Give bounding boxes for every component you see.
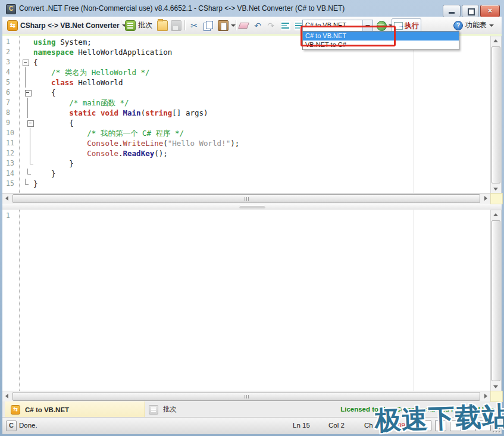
edge-column-line bbox=[414, 210, 414, 391]
code-text: static void Main(string[] args) bbox=[33, 108, 208, 118]
result-editor[interactable]: 1 bbox=[2, 210, 502, 391]
format-code-button[interactable] bbox=[280, 19, 292, 32]
scroll-right-arrow[interactable] bbox=[481, 194, 490, 203]
clear-button[interactable] bbox=[238, 19, 250, 32]
status-date-indicator: 01/09 bbox=[388, 422, 405, 429]
line-number: 8 bbox=[2, 108, 20, 118]
direction-combo[interactable]: C# to VB.NET bbox=[302, 20, 373, 32]
line-number: 2 bbox=[2, 47, 20, 57]
status-message: Done. bbox=[19, 422, 37, 429]
close-icon: × bbox=[481, 5, 499, 15]
redo-button[interactable]: ↷ bbox=[265, 19, 277, 32]
maximize-button[interactable] bbox=[462, 5, 479, 17]
batch-icon bbox=[125, 20, 136, 31]
source-vertical-scrollbar[interactable] bbox=[490, 36, 502, 194]
fold-margin bbox=[20, 138, 33, 148]
scrollbar-thumb[interactable] bbox=[492, 220, 500, 381]
fold-collapse-icon[interactable] bbox=[25, 90, 32, 96]
batch-icon bbox=[149, 405, 158, 415]
menu-button[interactable]: ? 功能表 bbox=[452, 19, 495, 32]
fold-margin bbox=[20, 179, 33, 189]
gutter-separator bbox=[19, 210, 20, 391]
minimize-button[interactable] bbox=[443, 5, 461, 17]
code-text: class HelloWorld bbox=[33, 77, 123, 88]
source-horizontal-scrollbar[interactable] bbox=[2, 193, 490, 204]
tab-csharp-to-vbnet[interactable]: ⇆ C# to VB.NET bbox=[5, 401, 145, 418]
code-line: 6 { bbox=[2, 88, 490, 98]
undo-icon: ↶ bbox=[253, 21, 262, 30]
status-toggle-buttons: 2 bbox=[420, 420, 491, 431]
scroll-down-arrow[interactable] bbox=[491, 185, 500, 194]
dropdown-item-csharp-to-vbnet[interactable]: C# to VB.NET bbox=[303, 32, 459, 41]
fold-margin bbox=[20, 37, 33, 47]
copy-icon bbox=[204, 21, 213, 30]
result-vertical-scrollbar[interactable] bbox=[490, 210, 502, 392]
scroll-right-arrow[interactable] bbox=[481, 391, 490, 400]
license-text: Licensed to Non-Commercial and Personal … bbox=[340, 401, 494, 418]
line-number: 15 bbox=[2, 179, 20, 189]
toolbar-separator bbox=[184, 20, 185, 30]
scrollbar-thumb[interactable] bbox=[12, 392, 480, 401]
scroll-up-arrow[interactable] bbox=[491, 210, 500, 219]
status-toggle-button[interactable] bbox=[420, 420, 431, 431]
tab-batch[interactable]: 批次 bbox=[143, 401, 183, 418]
tab-label: C# to VB.NET bbox=[25, 406, 69, 413]
status-toggle-button[interactable]: 2 bbox=[435, 420, 446, 431]
status-toggle-button[interactable] bbox=[480, 420, 491, 431]
code-text: { bbox=[33, 118, 74, 128]
line-number: 4 bbox=[2, 67, 20, 77]
result-horizontal-scrollbar[interactable] bbox=[2, 391, 490, 401]
scroll-up-arrow[interactable] bbox=[491, 36, 500, 45]
paste-button[interactable] bbox=[217, 19, 237, 32]
undo-button[interactable]: ↶ bbox=[252, 19, 264, 32]
combo-dropdown-button[interactable] bbox=[362, 20, 372, 32]
help-icon: ? bbox=[453, 21, 463, 30]
open-file-button[interactable] bbox=[156, 19, 169, 32]
scrollbar-thumb[interactable] bbox=[492, 46, 500, 183]
status-toggle-button[interactable] bbox=[450, 420, 461, 431]
code-text: } bbox=[33, 179, 38, 189]
status-bar: C Done. Ln 15 Col 2 Ch 2 01/09 2 bbox=[2, 417, 502, 434]
close-button[interactable]: × bbox=[480, 5, 500, 17]
line-number: 1 bbox=[2, 37, 20, 47]
line-number: 1 bbox=[2, 211, 20, 221]
fold-margin bbox=[20, 148, 33, 158]
fold-margin bbox=[20, 88, 33, 98]
status-column-indicator: Col 2 bbox=[328, 422, 345, 429]
status-app-icon: C bbox=[6, 421, 17, 431]
save-icon bbox=[171, 20, 181, 31]
scroll-left-arrow[interactable] bbox=[2, 391, 11, 400]
fold-margin bbox=[20, 67, 33, 77]
save-button[interactable] bbox=[170, 19, 183, 32]
fold-margin bbox=[20, 118, 33, 128]
dropdown-item-vbnet-to-csharp[interactable]: VB.NET to C# bbox=[303, 41, 459, 49]
line-number: 3 bbox=[2, 57, 20, 67]
scrollbar-thumb[interactable] bbox=[12, 194, 480, 203]
converter-menu-button[interactable]: ⇆ CSharp <-> VB.Net Converter bbox=[6, 19, 128, 32]
source-editor[interactable]: 1using System;2namespace HelloWorldAppli… bbox=[2, 34, 502, 193]
code-text: { bbox=[33, 88, 56, 98]
cut-button[interactable]: ✂ bbox=[188, 19, 200, 32]
open-folder-icon bbox=[157, 20, 168, 31]
chevron-down-icon bbox=[231, 24, 236, 27]
converter-icon: ⇆ bbox=[7, 20, 18, 31]
fold-collapse-icon[interactable] bbox=[27, 120, 34, 127]
scroll-left-arrow[interactable] bbox=[2, 194, 11, 203]
direction-dropdown-list: C# to VB.NET VB.NET to C# bbox=[302, 31, 459, 50]
status-toggle-button[interactable] bbox=[465, 420, 476, 431]
toolbar-separator bbox=[121, 20, 121, 30]
paste-icon bbox=[218, 20, 228, 31]
code-line: 9 { bbox=[2, 118, 490, 128]
code-line: 14 } bbox=[2, 169, 490, 179]
copy-button[interactable] bbox=[202, 19, 214, 32]
toolbar-separator bbox=[236, 20, 236, 30]
resize-grip-icon[interactable] bbox=[492, 425, 500, 432]
fold-margin bbox=[20, 108, 33, 118]
fold-connector-line bbox=[30, 148, 30, 158]
batch-button-label: 批次 bbox=[138, 20, 152, 30]
batch-button[interactable]: 批次 bbox=[124, 19, 154, 32]
scroll-down-arrow[interactable] bbox=[491, 382, 500, 391]
fold-collapse-icon[interactable] bbox=[23, 60, 29, 66]
line-number: 14 bbox=[2, 169, 20, 179]
code-text: using System; bbox=[33, 37, 92, 47]
